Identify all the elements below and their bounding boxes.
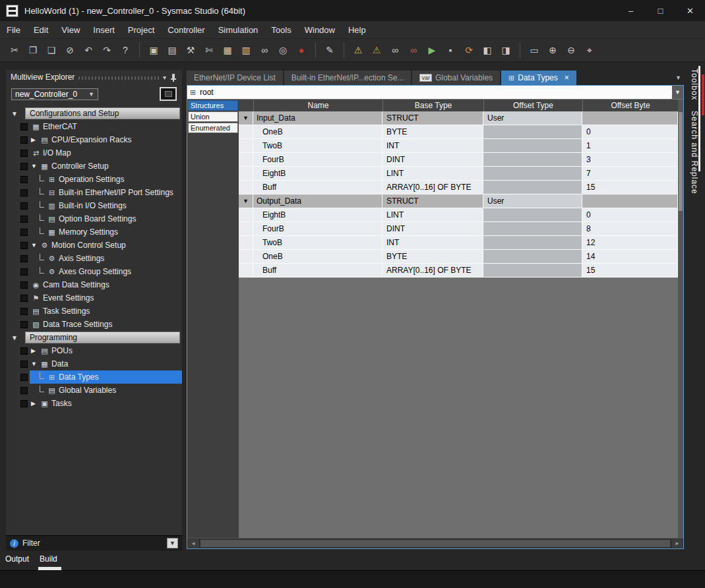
tree-item-event-settings[interactable]: ⚑Event Settings [6, 291, 182, 305]
expander-down-icon[interactable]: ▼ [11, 110, 20, 117]
tree-item-data[interactable]: ▼▦Data [6, 357, 182, 370]
grid-row-oneb[interactable]: OneBBYTE14 [239, 250, 678, 264]
column-header-offset-byte[interactable]: Offset Byte [582, 100, 678, 111]
simulation-run-button[interactable]: ▶ [423, 42, 441, 59]
cell-base-type[interactable]: LINT [383, 208, 483, 222]
tree-item-pous[interactable]: ▶▤POUs [6, 344, 182, 357]
close-tab-icon[interactable]: × [565, 73, 569, 82]
menu-file[interactable]: File [0, 21, 27, 38]
tree-item-option-board-settings[interactable]: ▤Option Board Settings [6, 212, 182, 225]
3d-edit-button[interactable]: ▣ [145, 42, 162, 59]
io-map-view-button[interactable]: ▦ [219, 42, 236, 59]
tree-item-cam-data-settings[interactable]: ◉Cam Data Settings [6, 278, 182, 291]
expander-down-icon[interactable]: ▼ [31, 242, 40, 249]
grid-row-output-data[interactable]: ▼Output_DataSTRUCTUser [239, 194, 678, 208]
cell-offset-type[interactable] [483, 139, 582, 153]
menu-edit[interactable]: Edit [27, 21, 55, 38]
redo-button[interactable]: ↷ [98, 42, 115, 59]
expander-down-icon[interactable]: ▼ [31, 361, 40, 367]
tab-list-dropdown-icon[interactable]: ▼ [675, 74, 681, 81]
delete-button[interactable]: ⊘ [61, 42, 78, 59]
controller-monitor-icon[interactable] [160, 87, 177, 101]
scroll-right-icon[interactable]: ► [672, 539, 683, 548]
cell-offset-type[interactable] [483, 153, 582, 167]
tree-item-task-settings[interactable]: ▤Task Settings [6, 305, 182, 318]
cell-base-type[interactable]: DINT [383, 222, 483, 236]
tree-section-configurations-and-setup[interactable]: ▼Configurations and Setup [6, 107, 182, 120]
category-union[interactable]: Union [188, 111, 238, 122]
watch-button[interactable]: ∞ [256, 42, 273, 59]
horizontal-scrollbar-thumb[interactable] [200, 540, 670, 547]
tree-item-axes-group-settings[interactable]: ⚙Axes Group Settings [6, 265, 182, 278]
menu-controller[interactable]: Controller [161, 21, 211, 38]
print-button[interactable]: ▤ [164, 42, 181, 59]
menu-simulation[interactable]: Simulation [212, 21, 265, 38]
grid-row-fourb[interactable]: FourBDINT3 [239, 153, 678, 167]
column-header-offset-type[interactable]: Offset Type [483, 100, 582, 111]
tree-item-i-o-map[interactable]: ⇄I/O Map [6, 146, 182, 160]
build-button[interactable]: ∞ [386, 42, 404, 59]
tab-data-types[interactable]: ⊞Data Types× [501, 71, 576, 85]
horizontal-scrollbar[interactable]: ◄ ► [187, 538, 683, 548]
cell-offset-byte[interactable]: 0 [582, 125, 678, 139]
bottom-tab-build[interactable]: Build [40, 554, 57, 566]
cell-name[interactable]: Buff [253, 181, 383, 194]
cell-offset-byte[interactable]: 15 [582, 181, 678, 194]
menu-help[interactable]: Help [342, 21, 373, 38]
maximize-button[interactable]: □ [646, 0, 675, 21]
cell-base-type[interactable]: INT [383, 236, 483, 250]
tree-item-data-types[interactable]: ⊞Data Types [6, 370, 182, 384]
simulation-stop-button[interactable]: ▪ [442, 42, 459, 59]
grid-row-oneb[interactable]: OneBBYTE0 [239, 125, 678, 139]
vertical-scrollbar[interactable] [678, 100, 683, 538]
abort-button[interactable]: ● [293, 42, 310, 59]
cell-base-type[interactable]: INT [383, 139, 483, 153]
cell-name[interactable]: OneB [253, 125, 383, 139]
cell-name[interactable]: EightB [253, 208, 383, 222]
cell-offset-byte[interactable]: 15 [582, 264, 678, 278]
menu-project[interactable]: Project [121, 21, 161, 38]
cell-offset-type[interactable] [483, 167, 582, 181]
cell-name[interactable]: Output_Data [253, 194, 383, 208]
filter-funnel-button[interactable]: ▼ [167, 538, 178, 548]
tree-item-ethercat[interactable]: ▦EtherCAT [6, 120, 182, 133]
grid-row-twob[interactable]: TwoBINT12 [239, 236, 678, 250]
close-button[interactable]: ✕ [675, 0, 705, 21]
synchronize-button[interactable]: ◧ [479, 42, 496, 59]
cell-name[interactable]: EightB [253, 167, 383, 181]
cell-name[interactable]: OneB [253, 250, 383, 264]
chevron-down-icon[interactable]: ▾ [163, 74, 166, 81]
cell-offset-byte[interactable]: 7 [582, 167, 678, 181]
cell-offset-type[interactable]: User [483, 111, 582, 125]
tree-item-built-in-ethernet-ip-port-settings[interactable]: ⊟Built-in EtherNet/IP Port Settings [6, 186, 182, 199]
online-button[interactable]: ⟳ [460, 42, 477, 59]
cut-button[interactable]: ✂ [6, 42, 23, 59]
cell-offset-byte[interactable]: 14 [582, 250, 678, 264]
tab-built-in-ethernet-ip-ection-se[interactable]: Built-in EtherNet/IP...ection Se... [284, 71, 412, 85]
minimize-button[interactable]: – [616, 0, 646, 21]
category-structures[interactable]: Structures [188, 100, 238, 111]
tree-item-axis-settings[interactable]: ⚙Axis Settings [6, 252, 182, 265]
cut-connection-button[interactable]: ✄ [200, 42, 218, 59]
cell-name[interactable]: TwoB [253, 236, 383, 250]
expander-down-icon[interactable]: ▼ [31, 163, 40, 169]
tree-item-global-variables[interactable]: ▤Global Variables [6, 384, 182, 397]
rack-view-button[interactable]: ▥ [237, 42, 255, 59]
help-button[interactable]: ? [117, 42, 134, 59]
cell-name[interactable]: Buff [253, 264, 383, 278]
menu-view[interactable]: View [55, 21, 86, 38]
grid-row-buff[interactable]: BuffARRAY[0..16] OF BYTE15 [239, 264, 678, 278]
tree-item-memory-settings[interactable]: ▦Memory Settings [6, 225, 182, 239]
row-expander-icon[interactable]: ▼ [239, 194, 253, 208]
cell-offset-type[interactable] [483, 181, 582, 194]
cell-offset-byte[interactable]: 8 [582, 222, 678, 236]
vertical-scrollbar-thumb[interactable] [679, 112, 683, 211]
cell-offset-byte[interactable] [582, 194, 678, 208]
scroll-left-icon[interactable]: ◄ [188, 539, 199, 548]
zoom-region-button[interactable]: ▭ [526, 42, 543, 59]
menu-insert[interactable]: Insert [86, 21, 121, 38]
tree-section-programming[interactable]: ▼Programming [6, 331, 182, 344]
root-combobox[interactable]: ⊞ root ▼ [187, 86, 683, 100]
cell-offset-byte[interactable]: 3 [582, 153, 678, 167]
cell-base-type[interactable]: STRUCT [383, 111, 483, 125]
